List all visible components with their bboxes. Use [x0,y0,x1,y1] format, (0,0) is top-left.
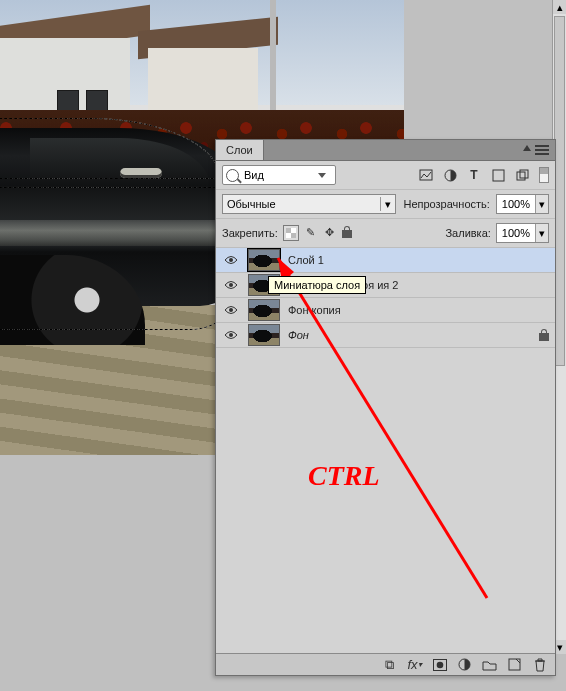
panel-tab-layers[interactable]: Слои [216,140,264,160]
blend-mode-select[interactable]: Обычные ▾ [222,194,396,214]
opacity-label: Непрозрачность: [403,198,489,210]
filter-toggle-switch[interactable] [539,167,549,183]
lock-pixels-icon[interactable]: ✎ [304,226,318,240]
new-layer-icon[interactable] [507,657,522,672]
layer-fx-icon[interactable]: fx▾ [407,657,422,672]
filter-pixel-icon[interactable] [419,168,433,182]
blend-mode-value: Обычные [227,198,276,210]
svg-point-13 [436,661,443,668]
layer-name[interactable]: Слой 1 [288,254,324,266]
layer-row[interactable]: Фон копия [216,298,555,323]
panel-tabbar: Слои [216,140,555,161]
visibility-toggle[interactable] [222,251,240,269]
link-layers-icon[interactable]: ⧉ [382,657,397,672]
svg-rect-4 [520,170,528,178]
new-group-icon[interactable] [482,657,497,672]
layer-thumbnail[interactable] [248,324,280,346]
fill-input[interactable]: 100% ▾ [496,223,549,243]
opacity-value: 100% [497,198,535,210]
visibility-toggle[interactable] [222,276,240,294]
selection-marquee [0,178,244,330]
svg-rect-3 [517,172,525,180]
layers-panel: Слои T Обычные [215,139,556,676]
layer-row[interactable]: Фон [216,323,555,348]
layer-name[interactable]: Фон копия [288,304,341,316]
delete-layer-icon[interactable] [532,657,547,672]
layer-thumbnail[interactable] [248,249,280,271]
lock-icon [539,329,549,341]
svg-point-8 [229,258,233,262]
svg-rect-7 [291,233,296,238]
lock-all-icon[interactable] [342,226,356,240]
search-icon [226,169,239,182]
layer-mask-icon[interactable] [432,657,447,672]
fill-label: Заливка: [445,227,490,239]
filter-kind-input[interactable] [242,168,318,182]
visibility-toggle[interactable] [222,301,240,319]
layer-kind-filter[interactable] [222,165,336,185]
opacity-input[interactable]: 100% ▾ [496,194,549,214]
layer-name[interactable]: Фон [288,329,309,341]
visibility-toggle[interactable] [222,326,240,344]
svg-point-10 [229,308,233,312]
collapse-icon[interactable] [523,145,531,151]
chevron-down-icon[interactable]: ▾ [535,195,548,213]
svg-point-11 [229,333,233,337]
fill-value: 100% [497,227,535,239]
svg-rect-2 [493,170,504,181]
lock-position-icon[interactable]: ✥ [323,226,337,240]
lock-transparent-icon[interactable] [283,225,299,241]
blend-opacity-row: Обычные ▾ Непрозрачность: 100% ▾ [216,190,555,219]
svg-rect-6 [286,228,291,233]
svg-rect-0 [420,170,432,180]
lock-fill-row: Закрепить: ✎ ✥ Заливка: 100% ▾ [216,219,555,248]
chevron-down-icon [318,173,326,178]
adjustment-layer-icon[interactable] [457,657,472,672]
lock-label: Закрепить: [222,227,278,239]
filter-smart-icon[interactable] [515,168,529,182]
filter-shape-icon[interactable] [491,168,505,182]
filter-type-icon[interactable]: T [467,168,481,182]
layer-row[interactable]: Слой 1 [216,248,555,273]
panel-menu-icon[interactable] [535,145,549,155]
thumbnail-tooltip: Миниатюра слоя [268,276,366,294]
panel-bottom-bar: ⧉ fx▾ [216,653,555,675]
layer-thumbnail[interactable] [248,299,280,321]
filter-adjust-icon[interactable] [443,168,457,182]
annotation-text: CTRL [308,460,380,492]
layer-row[interactable]: Миниатюра слоя ия 2 [216,273,555,298]
svg-point-9 [229,283,233,287]
chevron-down-icon[interactable]: ▾ [535,224,548,242]
scroll-up-button[interactable]: ▴ [553,0,566,14]
layer-list: Слой 1 Миниатюра слоя ия 2 Фон копия Фон [216,248,555,348]
layer-filter-row: T [216,161,555,190]
